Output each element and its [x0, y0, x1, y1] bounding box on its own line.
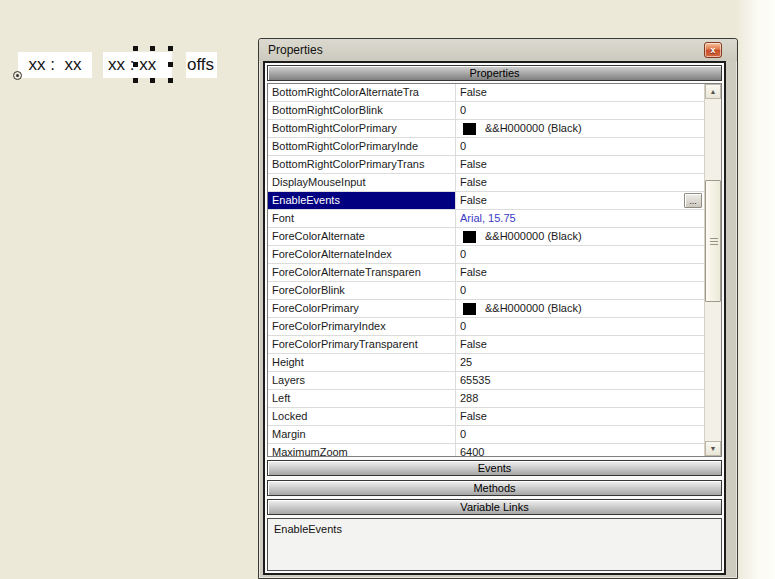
- selection-handle[interactable]: [150, 46, 155, 51]
- property-row[interactable]: ForeColorAlternate&&H000000 (Black): [268, 228, 704, 246]
- scroll-up-icon: ▲: [710, 88, 717, 95]
- property-name-cell[interactable]: ForeColorAlternateIndex: [268, 246, 456, 263]
- property-value-cell[interactable]: &&H000000 (Black): [456, 228, 704, 245]
- property-row[interactable]: ForeColorPrimaryTransparentFalse: [268, 336, 704, 354]
- property-row[interactable]: BottomRightColorPrimaryInde0: [268, 138, 704, 156]
- property-value-text: 0: [460, 138, 466, 155]
- property-value-cell[interactable]: Arial, 15.75: [456, 210, 704, 227]
- property-value-cell[interactable]: 0: [456, 102, 704, 119]
- property-row[interactable]: DisplayMouseInputFalse: [268, 174, 704, 192]
- property-name-cell[interactable]: ForeColorBlink: [268, 282, 456, 299]
- property-row[interactable]: Left288: [268, 390, 704, 408]
- property-name-cell[interactable]: DisplayMouseInput: [268, 174, 456, 191]
- selection-handle[interactable]: [168, 46, 173, 51]
- variable-links-section-button[interactable]: Variable Links: [267, 499, 722, 515]
- property-row[interactable]: BottomRightColorPrimary&&H000000 (Black): [268, 120, 704, 138]
- property-grid-rows: BottomRightColorAlternateTraFalseBottomR…: [268, 84, 704, 456]
- property-name-cell[interactable]: Locked: [268, 408, 456, 425]
- property-row[interactable]: BottomRightColorAlternateTraFalse: [268, 84, 704, 102]
- canvas-label-time[interactable]: xx : xx: [18, 52, 92, 78]
- property-value-text: False: [460, 408, 487, 425]
- color-swatch-icon: [463, 231, 476, 243]
- ellipsis-button[interactable]: ...: [684, 193, 702, 208]
- property-name-cell[interactable]: ForeColorPrimary: [268, 300, 456, 317]
- property-name-cell[interactable]: BottomRightColorPrimaryTrans: [268, 156, 456, 173]
- property-name-cell[interactable]: Font: [268, 210, 456, 227]
- selection-handle[interactable]: [168, 62, 173, 67]
- selection-handle[interactable]: [133, 78, 138, 83]
- property-row[interactable]: ForeColorPrimaryIndex0: [268, 318, 704, 336]
- property-value-text: False: [460, 174, 487, 191]
- property-value-cell[interactable]: False: [456, 408, 704, 425]
- methods-section-button[interactable]: Methods: [267, 480, 722, 496]
- property-name-cell[interactable]: ForeColorPrimaryIndex: [268, 318, 456, 335]
- property-name-cell[interactable]: Left: [268, 390, 456, 407]
- property-row[interactable]: BottomRightColorBlink0: [268, 102, 704, 120]
- property-name-cell[interactable]: BottomRightColorAlternateTra: [268, 84, 456, 101]
- vertical-scrollbar[interactable]: ▲ ▼: [704, 84, 721, 456]
- selection-handle[interactable]: [133, 46, 138, 51]
- property-name-cell[interactable]: EnableEvents: [268, 192, 456, 209]
- property-name-cell[interactable]: ForeColorPrimaryTransparent: [268, 336, 456, 353]
- property-row[interactable]: LockedFalse: [268, 408, 704, 426]
- properties-section-button[interactable]: Properties: [267, 65, 722, 81]
- property-value-text: Arial, 15.75: [460, 210, 516, 227]
- property-value-cell[interactable]: 0: [456, 282, 704, 299]
- property-value-cell[interactable]: 6400: [456, 444, 704, 456]
- property-row[interactable]: MaximumZoom6400: [268, 444, 704, 456]
- property-value-cell[interactable]: &&H000000 (Black): [456, 300, 704, 317]
- property-value-cell[interactable]: False: [456, 192, 704, 209]
- property-value-text: 25: [460, 354, 472, 371]
- selection-handle[interactable]: [133, 62, 138, 67]
- property-value-cell[interactable]: 0: [456, 138, 704, 155]
- property-name-cell[interactable]: BottomRightColorBlink: [268, 102, 456, 119]
- property-row[interactable]: Margin0: [268, 426, 704, 444]
- events-section-button[interactable]: Events: [267, 460, 722, 476]
- property-value-cell[interactable]: 0: [456, 246, 704, 263]
- property-value-cell[interactable]: 0: [456, 426, 704, 443]
- property-value-cell[interactable]: False: [456, 156, 704, 173]
- property-row[interactable]: Layers65535: [268, 372, 704, 390]
- scrollbar-thumb[interactable]: [705, 180, 721, 302]
- property-row[interactable]: ForeColorAlternateTransparenFalse: [268, 264, 704, 282]
- property-name-cell[interactable]: ForeColorAlternate: [268, 228, 456, 245]
- property-value-cell[interactable]: 65535: [456, 372, 704, 389]
- property-value-text: &&H000000 (Black): [485, 120, 582, 137]
- property-value-cell[interactable]: False: [456, 84, 704, 101]
- property-name-cell[interactable]: Margin: [268, 426, 456, 443]
- property-name-cell[interactable]: BottomRightColorPrimaryInde: [268, 138, 456, 155]
- close-button[interactable]: x: [704, 42, 722, 58]
- property-grid: BottomRightColorAlternateTraFalseBottomR…: [267, 83, 722, 457]
- property-value-cell[interactable]: 25: [456, 354, 704, 371]
- property-name-cell[interactable]: Height: [268, 354, 456, 371]
- window-titlebar[interactable]: Properties: [259, 39, 737, 61]
- selection-handle[interactable]: [150, 78, 155, 83]
- property-row[interactable]: ForeColorPrimary&&H000000 (Black): [268, 300, 704, 318]
- property-value-cell[interactable]: False: [456, 336, 704, 353]
- property-name-cell[interactable]: BottomRightColorPrimary: [268, 120, 456, 137]
- scroll-down-button[interactable]: ▼: [705, 441, 721, 456]
- property-row[interactable]: FontArial, 15.75: [268, 210, 704, 228]
- property-row[interactable]: ForeColorAlternateIndex0: [268, 246, 704, 264]
- property-name-cell[interactable]: MaximumZoom: [268, 444, 456, 456]
- canvas-label-offset[interactable]: offs: [186, 52, 217, 78]
- properties-window: Properties x Properties BottomRightColor…: [258, 38, 738, 579]
- window-title: Properties: [268, 43, 323, 57]
- property-row[interactable]: BottomRightColorPrimaryTransFalse: [268, 156, 704, 174]
- property-name-cell[interactable]: Layers: [268, 372, 456, 389]
- property-value-text: 0: [460, 102, 466, 119]
- scroll-up-button[interactable]: ▲: [705, 84, 721, 99]
- property-value-cell[interactable]: False: [456, 264, 704, 281]
- property-value-cell[interactable]: &&H000000 (Black): [456, 120, 704, 137]
- property-value-cell[interactable]: 0: [456, 318, 704, 335]
- property-value-text: &&H000000 (Black): [485, 228, 582, 245]
- property-value-cell[interactable]: False: [456, 174, 704, 191]
- property-row[interactable]: Height25: [268, 354, 704, 372]
- property-row[interactable]: ForeColorBlink0: [268, 282, 704, 300]
- property-row[interactable]: EnableEventsFalse...: [268, 192, 704, 210]
- property-value-cell[interactable]: 288: [456, 390, 704, 407]
- property-value-text: 65535: [460, 372, 491, 389]
- selection-marquee: [133, 46, 173, 83]
- property-name-cell[interactable]: ForeColorAlternateTransparen: [268, 264, 456, 281]
- selection-handle[interactable]: [168, 78, 173, 83]
